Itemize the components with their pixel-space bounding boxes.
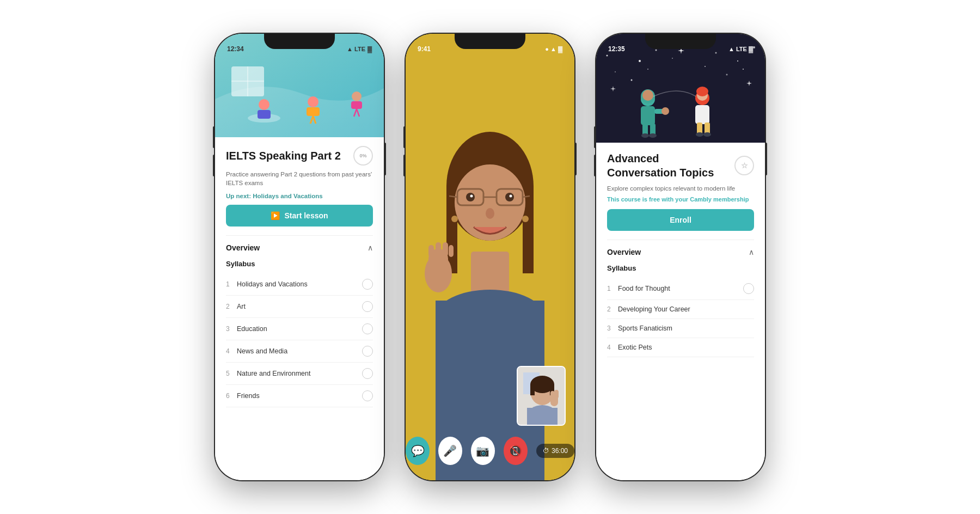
up-next-1: Up next: Holidays and Vacations <box>226 193 373 199</box>
time-2: 9:41 <box>418 45 431 53</box>
syllabus-label-3: Syllabus <box>607 264 754 272</box>
svg-point-8 <box>352 91 362 101</box>
end-call-button[interactable]: 📵 <box>504 437 528 465</box>
overview-section-1: Overview ∧ Syllabus 1 Holidays and Vacat… <box>226 235 373 407</box>
svg-rect-52 <box>550 391 555 399</box>
phone-2: 9:41 ● ▲ ▓ <box>406 34 574 480</box>
svg-point-29 <box>466 193 475 201</box>
svg-point-66 <box>647 69 648 70</box>
svg-rect-38 <box>428 245 434 257</box>
svg-rect-41 <box>449 245 454 257</box>
svg-point-31 <box>470 195 473 198</box>
svg-rect-81 <box>695 105 709 124</box>
syllabus-item[interactable]: 4 Exotic Pets <box>607 338 754 357</box>
svg-point-30 <box>505 193 514 201</box>
course-description-1: Practice answering Part 2 questions from… <box>226 170 373 187</box>
progress-badge-1: 0% <box>353 146 373 166</box>
lesson-circle <box>362 346 373 357</box>
lesson-circle <box>362 279 373 290</box>
pip-svg <box>518 367 566 426</box>
svg-point-75 <box>649 133 657 138</box>
overview-header-3[interactable]: Overview ∧ <box>607 248 754 256</box>
syllabus-item[interactable]: 2 Developing Your Career <box>607 300 754 319</box>
lesson-circle <box>362 368 373 379</box>
svg-point-60 <box>693 44 695 46</box>
start-lesson-button[interactable]: ▶️ Start lesson <box>226 205 373 227</box>
syllabus-item[interactable]: 4 News and Media <box>226 340 373 363</box>
lesson-circle <box>362 323 373 334</box>
svg-rect-47 <box>530 384 535 395</box>
status-bar-2: 9:41 ● ▲ ▓ <box>406 34 574 58</box>
svg-point-77 <box>661 107 669 115</box>
svg-point-68 <box>726 74 728 76</box>
svg-rect-39 <box>436 242 441 256</box>
syllabus-list-1: 1 Holidays and Vacations 2 Art 3 Educati… <box>226 273 373 407</box>
phone1-content: IELTS Speaking Part 2 0% Practice answer… <box>215 137 384 480</box>
course-title-1: IELTS Speaking Part 2 0% <box>226 146 373 166</box>
svg-point-62 <box>737 60 738 62</box>
svg-point-34 <box>451 216 458 222</box>
lesson-circle <box>362 301 373 312</box>
chat-button[interactable]: 💬 <box>406 437 430 465</box>
overview-header-1[interactable]: Overview ∧ <box>226 243 373 252</box>
syllabus-list-3: 1 Food for Thought 2 Developing Your Car… <box>607 278 754 357</box>
enroll-button[interactable]: Enroll <box>607 209 754 231</box>
syllabus-item[interactable]: 3 Sports Fanaticism <box>607 319 754 338</box>
svg-rect-50 <box>527 408 558 426</box>
svg-point-85 <box>703 132 711 137</box>
svg-point-57 <box>639 60 641 62</box>
svg-rect-3 <box>258 110 271 119</box>
call-timer: ⏱ 36:00 <box>536 444 574 458</box>
call-controls: 💬 🎤 📷 📵 ⏱ 36:00 <box>406 437 574 465</box>
status-bar-3: 12:35 ▲ LTE ▓ <box>596 34 765 58</box>
syllabus-item[interactable]: 1 Holidays and Vacations <box>226 273 373 296</box>
svg-point-32 <box>510 195 512 198</box>
end-call-icon: 📵 <box>509 444 522 457</box>
svg-rect-40 <box>443 242 448 256</box>
phone-1: 12:34 ▲ LTE ▓ <box>215 34 384 480</box>
svg-point-69 <box>743 69 744 70</box>
lesson-circle <box>362 390 373 401</box>
syllabus-item[interactable]: 6 Friends <box>226 385 373 407</box>
chevron-up-icon-1: ∧ <box>367 243 373 252</box>
phone3-content: Advanced Conversation Topics ☆ Explore c… <box>596 143 765 480</box>
lesson-circle <box>743 283 754 294</box>
free-badge-3: This course is free with your Cambly mem… <box>607 196 754 203</box>
course-description-3: Explore complex topics relevant to moder… <box>607 184 754 193</box>
overview-section-3: Overview ∧ Syllabus 1 Food for Thought 2… <box>607 240 754 357</box>
syllabus-item[interactable]: 3 Education <box>226 318 373 340</box>
status-bar-1: 12:34 ▲ LTE ▓ <box>215 34 384 58</box>
syllabus-item[interactable]: 5 Nature and Environment <box>226 363 373 385</box>
phone-3: 12:35 ▲ LTE ▓ <box>596 34 765 480</box>
svg-point-67 <box>705 66 706 67</box>
chat-icon: 💬 <box>411 444 425 457</box>
svg-point-35 <box>522 216 529 222</box>
syllabus-item[interactable]: 1 Food for Thought <box>607 278 754 300</box>
camera-icon: 📷 <box>476 444 489 457</box>
time-1: 12:34 <box>227 45 244 53</box>
mic-icon: 🎤 <box>443 444 457 457</box>
time-3: 12:35 <box>608 45 625 53</box>
svg-point-64 <box>615 71 616 72</box>
video-toggle-button[interactable]: 📷 <box>471 437 495 465</box>
svg-point-33 <box>486 208 494 219</box>
svg-rect-9 <box>351 101 362 109</box>
svg-point-74 <box>641 133 649 138</box>
syllabus-label-1: Syllabus <box>226 260 373 268</box>
course-title-3: Advanced Conversation Topics ☆ <box>607 151 754 180</box>
signal-icons-1: ▲ LTE ▓ <box>347 46 372 52</box>
svg-point-65 <box>631 79 633 81</box>
syllabus-item[interactable]: 2 Art <box>226 296 373 318</box>
svg-point-87 <box>696 87 708 96</box>
svg-rect-5 <box>307 107 320 116</box>
video-icon: ▶️ <box>271 211 280 220</box>
svg-rect-53 <box>554 390 559 399</box>
timer-icon: ⏱ <box>543 447 549 455</box>
svg-point-4 <box>308 96 318 107</box>
svg-point-79 <box>642 90 653 101</box>
video-pip <box>517 366 566 426</box>
svg-point-84 <box>696 132 703 137</box>
svg-rect-71 <box>641 106 655 125</box>
bookmark-badge-3[interactable]: ☆ <box>734 156 754 175</box>
mute-button[interactable]: 🎤 <box>438 437 462 465</box>
